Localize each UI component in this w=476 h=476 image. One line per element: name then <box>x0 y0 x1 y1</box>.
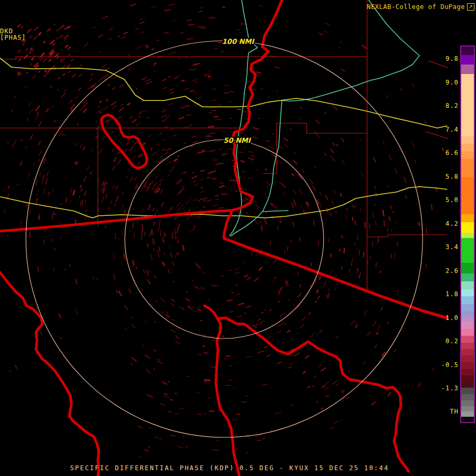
colorbar-segment <box>461 214 474 222</box>
colorbar-tick-label: 7.4 <box>423 126 459 133</box>
colorbar-segment <box>461 273 474 281</box>
colorbar-segment <box>461 136 474 144</box>
header: NEXLAB-College of DuPage ↗ <box>367 3 474 11</box>
colorbar-segment <box>461 289 474 296</box>
colorbar-segment <box>461 329 474 336</box>
state-borders-layer <box>0 0 447 476</box>
colorbar-segment <box>461 417 474 422</box>
colorbar-segment <box>461 144 474 151</box>
colorbar-segment <box>461 263 474 273</box>
colorbar-segment <box>461 296 474 304</box>
colorbar-tick-label: 1.0 <box>423 314 459 322</box>
colorbar-segment <box>461 74 474 136</box>
colorbar-segment <box>461 362 474 369</box>
nexlab-logo-icon: ↗ <box>467 3 474 11</box>
colorbar-tick-label: 1.8 <box>423 290 459 298</box>
colorbar-segment <box>461 355 474 362</box>
colorbar-tick-label: 5.8 <box>423 173 459 180</box>
colorbar-segment <box>461 316 474 322</box>
colorbar-tick-label: 4.2 <box>423 220 459 227</box>
units-label: [PHAS] <box>0 34 26 41</box>
colorbar-segment <box>461 388 474 394</box>
colorbar-segment <box>461 65 474 74</box>
colorbar-tick-label: 9.0 <box>423 79 459 86</box>
radar-map: 50 NMI 100 NMI <box>0 0 476 476</box>
colorbar-tick-label: 8.2 <box>423 102 459 109</box>
brand-label: NEXLAB-College of DuPage <box>367 3 465 11</box>
colorbar-segment <box>461 281 474 289</box>
colorbar-tick-label: 5.0 <box>423 196 459 204</box>
colorbar-threshold-label: TH <box>423 408 459 415</box>
colorbar-segment <box>461 369 474 376</box>
colorbar-segment <box>461 336 474 343</box>
colorbar-segment <box>461 382 474 388</box>
colorbar-segment <box>461 376 474 382</box>
product-caption: SPECIFIC DIFFERENTIAL PHASE (KDP) 0.5 DE… <box>0 464 459 472</box>
colorbar-segment <box>461 322 474 329</box>
colorbar-segment <box>461 411 474 417</box>
colorbar-tick-label: 9.8 <box>423 55 459 62</box>
colorbar-segment <box>461 394 474 400</box>
colorbar-segment <box>461 406 474 411</box>
colorbar-tick-label: -0.5 <box>423 361 459 369</box>
colorbar-segment <box>461 47 474 55</box>
colorbar <box>460 45 475 423</box>
range-ring-50nmi-label: 50 NMI <box>223 136 251 144</box>
range-ring-100nmi-label: 100 NMI <box>222 38 255 45</box>
colorbar-segment <box>461 311 474 316</box>
radar-display: 50 NMI 100 NMI NEXLAB-College of DuPage … <box>0 0 476 476</box>
colorbar-segment <box>461 233 474 238</box>
colorbar-tick-label: 3.4 <box>423 243 459 251</box>
colorbar-segment <box>461 238 474 263</box>
colorbar-segment <box>461 343 474 349</box>
colorbar-segment <box>461 55 474 65</box>
colorbar-tick-label: -1.3 <box>423 385 459 392</box>
colorbar-segment <box>461 304 474 311</box>
colorbar-segment <box>461 177 474 214</box>
colorbar-segment <box>461 151 474 159</box>
colorbar-segment <box>461 400 474 406</box>
colorbar-tick-label: 0.2 <box>423 337 459 345</box>
colorbar-tick-label: 2.6 <box>423 267 459 274</box>
colorbar-tick-label: 6.6 <box>423 149 459 157</box>
colorbar-segment <box>461 222 474 233</box>
colorbar-segment <box>461 159 474 177</box>
rivers-layer <box>230 0 419 236</box>
colorbar-segment <box>461 349 474 355</box>
